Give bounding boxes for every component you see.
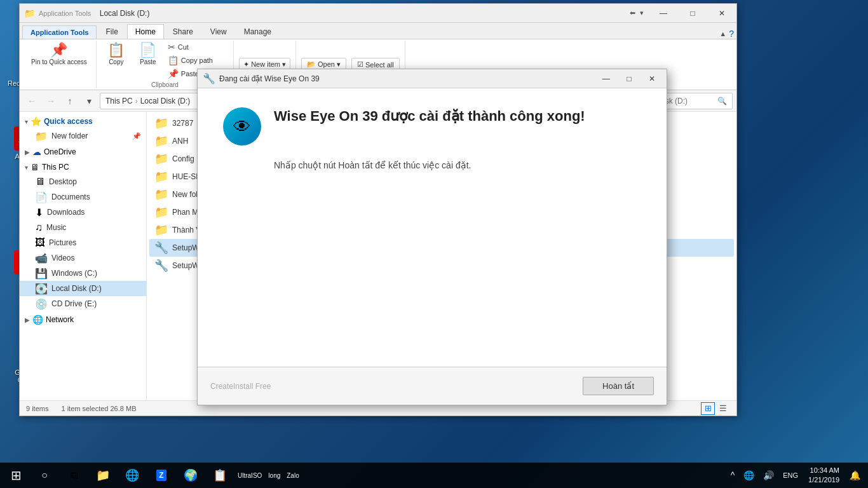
onedrive-label: OneDrive <box>44 147 76 156</box>
folder-icon: 📁 <box>154 170 168 184</box>
list-view-button[interactable]: ☰ <box>716 402 730 415</box>
paste-button[interactable]: 📄 Paste <box>133 41 163 68</box>
network-icon: 🌐 <box>32 315 43 325</box>
pin-indicator: 📌 <box>132 132 141 140</box>
sidebar-section-quick-access: ▾ ⭐ Quick access 📁 New folder 📌 <box>20 114 146 144</box>
start-button[interactable]: ⊞ <box>0 463 32 488</box>
select-icon: ☑ <box>357 60 363 69</box>
dialog-header-row: 👁 Wise Eye On 39 được cài đặt thành công… <box>223 107 641 146</box>
up-button[interactable]: ↑ <box>62 93 78 109</box>
taskbar-label-ultraiso[interactable]: UltraISO <box>238 472 262 479</box>
tab-view[interactable]: View <box>202 24 235 39</box>
paste-shortcut-icon: 📌 <box>168 69 179 79</box>
pin-quick-access-button[interactable]: 📌 Pin to Quick access <box>27 41 91 68</box>
sidebar-item-music[interactable]: ♫ Music <box>20 220 146 235</box>
close-button[interactable]: ✕ <box>707 4 736 23</box>
tray-network-icon[interactable]: 🌐 <box>741 469 757 482</box>
taskbar-zalo[interactable]: Z <box>147 464 175 487</box>
ribbon-context-tab[interactable]: Application Tools <box>22 25 97 39</box>
folder-icon: 📁 <box>154 187 168 201</box>
app-icon: 🔧 <box>154 241 168 255</box>
sidebar-item-cd-drive-e[interactable]: 💿 CD Drive (E:) <box>20 296 146 311</box>
sidebar-item-windows-c[interactable]: 💾 Windows (C:) <box>20 266 146 281</box>
cut-icon: ✂ <box>168 42 175 52</box>
dialog-close-button[interactable]: ✕ <box>642 71 661 87</box>
maximize-button[interactable]: □ <box>678 4 707 23</box>
copy-button-large[interactable]: 📋 Copy <box>102 41 131 68</box>
dialog-maximize-button[interactable]: □ <box>620 71 639 87</box>
taskbar-app6[interactable]: 📋 <box>206 464 234 487</box>
sidebar-header-quick-access[interactable]: ▾ ⭐ Quick access <box>20 114 146 128</box>
ribbon-context-label: Application Tools <box>39 10 97 17</box>
sidebar-item-pictures[interactable]: 🖼 Pictures <box>20 235 146 250</box>
tray-time-value: 10:34 AM <box>808 466 839 475</box>
app-icon: 🔧 <box>154 259 168 273</box>
thumbnail-view-button[interactable]: ⊞ <box>701 402 715 415</box>
sidebar-item-desktop[interactable]: 🖥 Desktop <box>20 174 146 189</box>
tab-home[interactable]: Home <box>127 24 164 39</box>
folder-icon: 📁 <box>154 152 168 166</box>
tab-share[interactable]: Share <box>165 24 201 39</box>
address-part-thispc[interactable]: This PC <box>105 97 133 105</box>
ribbon-group-pin: 📌 Pin to Quick access <box>22 41 97 88</box>
taskbar-label-zalo[interactable]: Zalo <box>287 472 299 479</box>
tb-customize[interactable]: ▾ <box>640 9 644 17</box>
chevron-icon: ▶ <box>25 316 30 323</box>
view-toggle: ⊞ ☰ <box>701 402 730 415</box>
sidebar-item-videos[interactable]: 📹 Videos <box>20 250 146 266</box>
dialog-title-bar: 🔧 Đang cài đặt Wise Eye On 39 — □ ✕ <box>198 69 667 88</box>
dialog-minimize-button[interactable]: — <box>597 71 616 87</box>
ribbon-tabs: Application Tools File Home Share View M… <box>20 23 736 39</box>
minimize-button[interactable]: — <box>649 4 678 23</box>
dialog-icon: 🔧 <box>203 72 215 85</box>
sidebar-header-onedrive[interactable]: ▶ ☁ OneDrive <box>20 145 146 159</box>
pin-icon: 📌 <box>50 43 67 57</box>
chevron-icon: ▾ <box>25 164 28 171</box>
copy-path-button[interactable]: 📋 Copy path <box>165 54 228 67</box>
tray-clock[interactable]: 10:34 AM 1/21/2019 <box>804 466 843 485</box>
sidebar-header-network[interactable]: ▶ 🌐 Network <box>20 313 146 327</box>
tab-file[interactable]: File <box>97 24 126 39</box>
sidebar-item-new-folder[interactable]: 📁 New folder 📌 <box>20 128 146 144</box>
taskbar-tray: ^ 🌐 🔊 ENG 10:34 AM 1/21/2019 🔔 <box>723 463 868 488</box>
back-button[interactable]: ← <box>24 93 40 109</box>
chevron-icon: ▾ <box>25 118 28 125</box>
sidebar-section-this-pc: ▾ 🖥 This PC 🖥 Desktop 📄 Documents ⬇ Down… <box>20 160 146 311</box>
quick-access-toolbar: ⬅ ▾ <box>625 9 649 17</box>
tab-manage[interactable]: Manage <box>236 24 280 39</box>
sidebar-section-network: ▶ 🌐 Network <box>20 313 146 327</box>
open-icon: 📂 <box>307 60 316 69</box>
folder-icon: 📁 <box>154 116 168 130</box>
taskbar-chrome[interactable]: 🌐 <box>118 464 146 487</box>
tray-expand-icon[interactable]: ^ <box>728 469 738 482</box>
star-icon: ⭐ <box>31 116 41 126</box>
taskbar-ie[interactable]: 🌍 <box>177 464 205 487</box>
tray-lang[interactable]: ENG <box>780 470 801 480</box>
this-pc-label: This PC <box>42 163 69 172</box>
dialog-footer: CreateInstall Free Hoàn tất <box>198 367 667 405</box>
sidebar-header-this-pc[interactable]: ▾ 🖥 This PC <box>20 160 146 174</box>
folder-icon: 📁 <box>154 134 168 148</box>
window-controls: — □ ✕ <box>649 4 736 23</box>
dialog-heading: Wise Eye On 39 được cài đặt thành công x… <box>274 107 585 126</box>
ribbon-collapse-btn[interactable]: ▲ ? <box>280 29 736 39</box>
dialog-title: Đang cài đặt Wise Eye On 39 <box>219 74 593 83</box>
dialog-ok-button[interactable]: Hoàn tất <box>583 377 654 395</box>
sidebar-item-downloads[interactable]: ⬇ Downloads <box>20 205 146 220</box>
tb-undo[interactable]: ⬅ <box>630 9 635 17</box>
onedrive-icon: ☁ <box>32 147 41 157</box>
taskbar-task-view[interactable]: ⧉ <box>60 464 88 487</box>
cut-button[interactable]: ✂ Cut <box>165 41 228 53</box>
search-button[interactable]: ○ <box>32 463 57 488</box>
recent-locations-button[interactable]: ▾ <box>81 93 97 109</box>
sidebar-item-local-disk-d[interactable]: 💽 Local Disk (D:) <box>20 281 146 296</box>
sidebar-item-documents[interactable]: 📄 Documents <box>20 189 146 205</box>
tray-volume-icon[interactable]: 🔊 <box>761 469 776 482</box>
tray-notification-icon[interactable]: 🔔 <box>847 469 863 482</box>
address-part-disk[interactable]: Local Disk (D:) <box>140 97 191 105</box>
install-dialog: 🔧 Đang cài đặt Wise Eye On 39 — □ ✕ 👁 Wi… <box>197 69 667 405</box>
forward-button[interactable]: → <box>43 93 59 109</box>
taskbar: ⊞ ○ ⧉ 📁 🌐 Z 🌍 📋 UltraISO long Zalo ^ 🌐 🔊… <box>0 463 868 488</box>
taskbar-explorer[interactable]: 📁 <box>89 464 117 487</box>
taskbar-label-long[interactable]: long <box>268 472 280 479</box>
